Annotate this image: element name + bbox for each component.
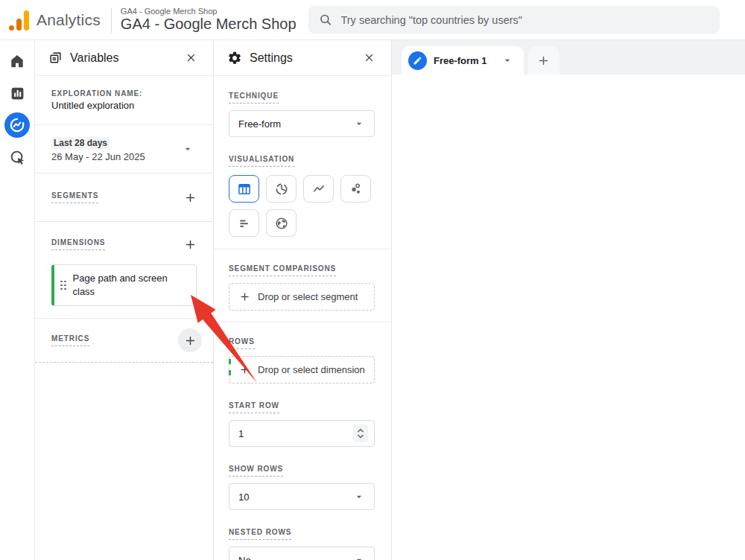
add-tab-button[interactable] <box>528 46 559 74</box>
visualisation-group: VISUALISATION <box>229 151 375 237</box>
nav-explore-button[interactable] <box>2 110 32 140</box>
chevron-down-icon[interactable] <box>501 54 513 66</box>
viz-geo-map-button[interactable] <box>266 209 297 237</box>
table-icon <box>237 182 252 197</box>
technique-value: Free-form <box>238 118 353 130</box>
scatter-plot-icon <box>349 182 364 197</box>
date-range-section[interactable]: Last 28 days 26 May - 22 Jun 2025 <box>35 125 213 174</box>
metrics-label: METRICS <box>51 334 89 346</box>
home-icon <box>9 53 25 69</box>
line-chart-icon <box>311 182 326 197</box>
nested-rows-label: NESTED ROWS <box>229 528 291 540</box>
search-input[interactable] <box>340 14 708 26</box>
start-row-label: START ROW <box>229 401 279 413</box>
show-rows-label: SHOW ROWS <box>229 465 283 477</box>
nested-rows-value: No <box>238 555 353 560</box>
chevron-down-icon <box>182 143 194 155</box>
chevron-down-icon <box>353 118 365 130</box>
add-metric-button[interactable] <box>178 328 202 352</box>
bar-chart-icon <box>237 216 252 231</box>
exploration-name-section[interactable]: EXPLORATION NAME: Untitled exploration <box>35 76 213 125</box>
date-range-value: 26 May - 22 Jun 2025 <box>51 151 145 162</box>
chevron-down-icon <box>353 554 365 560</box>
viz-bar-chart-button[interactable] <box>229 209 259 237</box>
segments-label: SEGMENTS <box>51 191 98 203</box>
nav-home-button[interactable] <box>2 46 32 76</box>
plus-icon <box>183 191 197 205</box>
variables-panel: Variables EXPLORATION NAME: Untitled exp… <box>35 40 214 560</box>
search-bar[interactable] <box>308 6 720 34</box>
stepper-down-icon <box>357 434 364 439</box>
dimension-chip[interactable]: Page path and screen class <box>51 264 197 306</box>
dimension-chip-label: Page path and screen class <box>73 272 189 299</box>
settings-panel-header: Settings <box>214 40 391 76</box>
show-rows-group: SHOW ROWS 10 <box>229 461 375 510</box>
dimensions-section: DIMENSIONS Page path and screen class <box>35 222 213 319</box>
variables-panel-header: Variables <box>35 40 213 76</box>
segment-comparisons-label: SEGMENT COMPARISONS <box>229 264 336 276</box>
variables-close-button[interactable] <box>182 49 200 67</box>
viz-donut-chart-button[interactable] <box>266 175 297 203</box>
viz-scatter-plot-button[interactable] <box>340 175 371 203</box>
plus-icon <box>238 363 251 376</box>
settings-close-button[interactable] <box>360 49 378 67</box>
plus-icon <box>238 290 251 303</box>
stepper-up-icon <box>357 428 364 433</box>
app-name: Analytics <box>37 11 101 29</box>
show-rows-value: 10 <box>238 491 353 503</box>
property-name-large: GA4 - Google Merch Shop <box>121 16 297 33</box>
nav-reports-button[interactable] <box>2 78 32 108</box>
exploration-canvas[interactable] <box>392 74 745 560</box>
settings-divider <box>214 322 391 322</box>
metrics-section: METRICS <box>35 319 213 363</box>
nested-rows-select[interactable]: No <box>229 547 375 560</box>
add-dimension-button[interactable] <box>178 232 202 256</box>
rows-label: ROWS <box>229 337 255 349</box>
nested-rows-group: NESTED ROWS No <box>229 524 375 560</box>
segment-comparisons-group: SEGMENT COMPARISONS Drop or select segme… <box>229 261 375 311</box>
explore-icon <box>4 112 30 138</box>
date-range-preset[interactable]: Last 28 days <box>51 137 110 149</box>
add-segment-button[interactable] <box>178 185 202 209</box>
exploration-name-label: EXPLORATION NAME: <box>51 89 197 98</box>
start-row-group: START ROW <box>229 398 375 447</box>
exploration-name-value[interactable]: Untitled exploration <box>51 100 197 111</box>
variables-panel-title: Variables <box>70 51 174 65</box>
main-area: Free-form 1 <box>392 40 745 560</box>
drag-handle-icon[interactable] <box>60 281 66 290</box>
topbar-divider <box>111 7 112 33</box>
tab-strip: Free-form 1 <box>392 40 745 74</box>
close-icon <box>186 52 197 63</box>
variables-icon <box>48 51 63 65</box>
viz-table-button[interactable] <box>229 175 259 203</box>
start-row-stepper[interactable] <box>353 424 368 442</box>
settings-panel-title: Settings <box>250 51 352 65</box>
dimensions-label: DIMENSIONS <box>51 238 105 250</box>
visualisation-label: VISUALISATION <box>229 155 294 167</box>
property-name-small: GA4 - Google Merch Shop <box>121 7 297 16</box>
nav-advertising-button[interactable] <box>2 142 32 172</box>
start-row-input[interactable] <box>238 428 353 439</box>
top-bar: Analytics GA4 - Google Merch Shop GA4 - … <box>0 0 745 40</box>
tab-free-form-1[interactable]: Free-form 1 <box>402 46 524 74</box>
chevron-down-icon <box>353 491 365 503</box>
technique-select[interactable]: Free-form <box>229 110 375 137</box>
rows-dropzone[interactable]: Drop or select dimension <box>229 356 375 384</box>
analytics-logo-icon[interactable] <box>9 10 29 31</box>
plus-icon <box>536 54 551 68</box>
advertising-icon <box>9 149 26 166</box>
rows-dropzone-text: Drop or select dimension <box>258 364 365 375</box>
show-rows-select[interactable]: 10 <box>229 483 375 510</box>
settings-scroll-area: TECHNIQUE Free-form VISUALISATION <box>214 76 391 560</box>
segment-dropzone[interactable]: Drop or select segment <box>229 283 375 311</box>
viz-line-chart-button[interactable] <box>303 175 334 203</box>
search-icon <box>319 13 332 27</box>
property-selector[interactable]: GA4 - Google Merch Shop GA4 - Google Mer… <box>121 7 297 34</box>
gear-icon <box>227 51 242 66</box>
reports-icon <box>10 86 25 101</box>
settings-panel: Settings TECHNIQUE Free-form VISUALISATI… <box>214 40 392 560</box>
technique-label: TECHNIQUE <box>229 92 279 104</box>
donut-chart-icon <box>274 182 289 197</box>
settings-divider <box>214 249 391 249</box>
tab-label: Free-form 1 <box>434 55 487 66</box>
